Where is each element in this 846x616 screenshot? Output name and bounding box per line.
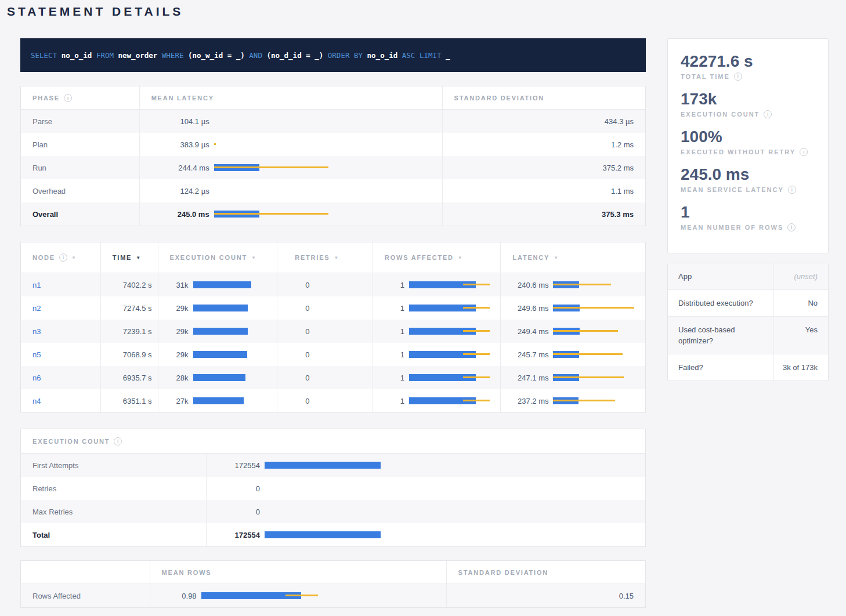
- detail-value: Yes: [773, 317, 828, 354]
- phase-table: PHASEi MEAN LATENCY STANDARD DEVIATION P…: [20, 86, 646, 226]
- detail-value: (unset): [773, 263, 828, 289]
- time-value: 6351.1 s: [123, 397, 152, 405]
- retries-value: 0: [305, 281, 309, 289]
- total-time-info-icon[interactable]: i: [734, 73, 742, 81]
- mean-number-of-rows-info-icon[interactable]: i: [787, 223, 796, 231]
- execution-count-bar: [193, 281, 251, 288]
- table-row: Plan 383.9 µs 1.2 ms: [21, 133, 645, 156]
- summary-sidebar: 42271.6 s TOTAL TIMEi 173k EXECUTION COU…: [667, 38, 829, 381]
- executed-without-retry-info-icon[interactable]: i: [800, 148, 808, 156]
- table-row-total: Total 172554: [21, 523, 645, 546]
- detail-label: Failed?: [668, 354, 773, 381]
- stat-label: EXECUTED WITHOUT RETRY: [681, 148, 796, 155]
- node-table-body: n1 7402.2 s 31k 0 1 240.6 ms n2 7274.5 s…: [21, 273, 645, 412]
- table-row: n2 7274.5 s 29k 0 1 249.6 ms: [21, 296, 645, 320]
- latency-bar: [553, 281, 579, 288]
- phase-label: Plan: [32, 140, 48, 149]
- time-value: 6935.7 s: [123, 374, 152, 382]
- latency-header-cell[interactable]: LATENCY▼: [501, 242, 645, 273]
- stat-value: 173k: [681, 89, 815, 109]
- page-title: STATEMENT DETAILS: [7, 5, 183, 19]
- exec-row-label: First Attempts: [32, 461, 78, 470]
- rows-affected-value: 1: [380, 350, 404, 359]
- node-link[interactable]: n4: [32, 397, 41, 405]
- rows-affected-header-label: ROWS AFFECTED: [385, 254, 454, 261]
- execution-count-info-icon[interactable]: i: [764, 110, 772, 118]
- execution-count-section-title: EXECUTION COUNT: [32, 438, 110, 445]
- detail-value: 3k of 173k: [773, 354, 828, 381]
- mean-rows-value: 0.98: [162, 592, 197, 600]
- phase-info-icon[interactable]: i: [64, 94, 72, 102]
- mean-service-latency-info-icon[interactable]: i: [788, 186, 796, 194]
- rows-affected-bar: [409, 328, 476, 335]
- node-link[interactable]: n5: [32, 350, 41, 359]
- stat-label: MEAN NUMBER OF ROWS: [681, 224, 783, 231]
- stat-execution-count: 173k EXECUTION COUNTi: [681, 89, 815, 118]
- retries-header-cell[interactable]: RETRIES▼: [277, 242, 373, 273]
- table-row: Overhead 124.2 µs 1.1 ms: [21, 179, 645, 202]
- rows-affected-bar: [409, 374, 476, 381]
- detail-row-cost-based-optimizer: Used cost-based optimizer? Yes: [668, 316, 828, 354]
- retries-value: 0: [305, 374, 309, 382]
- execution-count-header-cell[interactable]: EXECUTION COUNT▼: [158, 242, 278, 273]
- latency-bar: [214, 164, 259, 171]
- std-dev-value: 1.1 ms: [611, 187, 634, 195]
- empty-header-cell: [21, 561, 150, 584]
- latency-bar: [214, 211, 259, 218]
- execution-count-value: 29k: [165, 327, 189, 336]
- sort-caret-icon: ▼: [71, 255, 77, 260]
- execution-count-bar: [193, 374, 245, 381]
- table-row: n4 6351.1 s 27k 0 1 237.2 ms: [21, 389, 645, 412]
- rows-affected-value: 1: [380, 327, 404, 336]
- phase-header-label: PHASE: [32, 95, 60, 102]
- sort-caret-icon: ▼: [334, 255, 339, 260]
- rows-affected-bar: [409, 305, 476, 311]
- execution-count-value: 29k: [165, 350, 189, 359]
- std-dev-header-cell: STANDARD DEVIATION: [443, 86, 645, 109]
- detail-value: No: [773, 290, 828, 316]
- node-link[interactable]: n6: [32, 374, 41, 382]
- phase-table-header: PHASEi MEAN LATENCY STANDARD DEVIATION: [21, 86, 645, 110]
- latency-value: 247.1 ms: [508, 374, 548, 382]
- execution-count-info-icon[interactable]: i: [114, 437, 122, 445]
- time-header-cell[interactable]: TIME▼: [101, 242, 158, 273]
- phase-label: Parse: [32, 117, 52, 126]
- phase-label: Overhead: [32, 187, 66, 195]
- rows-affected-value: 1: [380, 281, 404, 289]
- std-dev-value: 375.2 ms: [603, 164, 634, 172]
- retries-value: 0: [305, 350, 309, 359]
- node-header-cell[interactable]: NODEi▼: [21, 242, 101, 273]
- node-info-icon[interactable]: i: [59, 253, 67, 262]
- std-dev-header-label: STANDARD DEVIATION: [454, 95, 544, 102]
- detail-row-app: App (unset): [668, 263, 828, 289]
- mean-latency-value: 124.2 µs: [151, 187, 209, 195]
- phase-header-cell: PHASEi: [21, 86, 140, 109]
- latency-bar: [553, 305, 580, 311]
- execution-count-header-label: EXECUTION COUNT: [170, 254, 247, 261]
- rows-affected-body: Rows Affected 0.98 0.15: [21, 584, 645, 607]
- rows-affected-header-cell[interactable]: ROWS AFFECTED▼: [373, 242, 501, 273]
- execution-count-value: 27k: [165, 397, 189, 405]
- execution-count-bar: [193, 397, 244, 404]
- execution-count-value: 29k: [165, 304, 189, 313]
- table-row: n3 7239.1 s 29k 0 1 249.4 ms: [21, 320, 645, 343]
- rows-affected-value: 1: [380, 304, 404, 313]
- latency-value: 245.7 ms: [508, 350, 548, 359]
- node-link[interactable]: n1: [32, 281, 41, 289]
- node-link[interactable]: n2: [32, 304, 41, 313]
- retries-value: 0: [305, 304, 309, 313]
- mean-latency-value: 244.4 ms: [151, 164, 209, 172]
- table-row: n6 6935.7 s 28k 0 1 247.1 ms: [21, 366, 645, 389]
- table-row: Run 244.4 ms 375.2 ms: [21, 156, 645, 179]
- table-row: Rows Affected 0.98 0.15: [21, 584, 645, 607]
- exec-row-label: Total: [32, 531, 50, 539]
- node-header-label: NODE: [32, 254, 55, 261]
- stat-total-time: 42271.6 s TOTAL TIMEi: [681, 52, 815, 81]
- rows-affected-bar: [409, 397, 476, 404]
- stat-value: 42271.6 s: [681, 52, 815, 71]
- exec-row-label: Retries: [32, 484, 56, 493]
- main-content: SELECT no_o_id FROM new_order WHERE (no_…: [20, 38, 646, 608]
- node-link[interactable]: n3: [32, 327, 41, 336]
- exec-row-value: 0: [214, 484, 260, 493]
- std-dev-value: 0.15: [619, 592, 634, 600]
